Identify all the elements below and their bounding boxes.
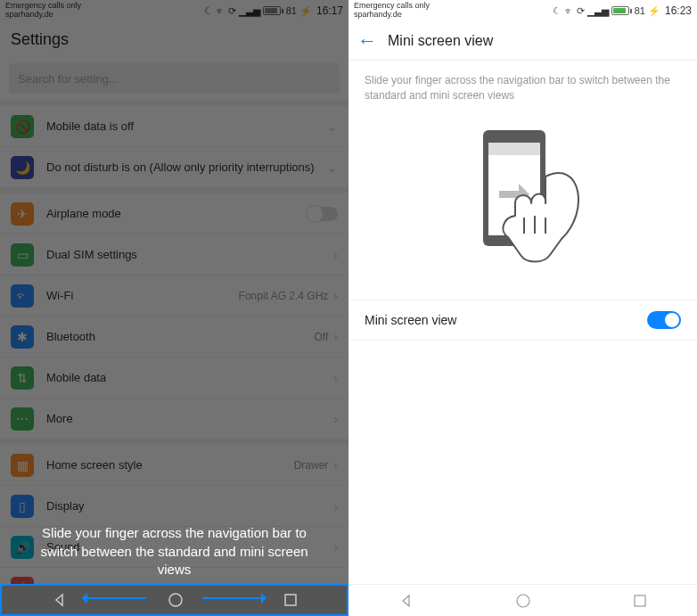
signal-icon: ▁▃▅ [587,5,609,17]
wifi-icon: ᯤ [564,5,574,16]
arrow-right-icon [202,597,265,599]
battery-icon [611,6,632,15]
nav-recent-icon[interactable] [284,594,297,606]
moon-icon: ☾ [553,5,562,17]
svg-point-8 [517,595,529,607]
toggle-label: Mini screen view [365,313,456,327]
nav-recent-icon[interactable] [634,595,646,607]
arrow-left-icon [84,597,146,599]
right-phone: Emergency calls only sparhandy.de ☾ ᯤ ⟳ … [348,0,697,616]
statusbar-right: Emergency calls only sparhandy.de ☾ ᯤ ⟳ … [348,0,697,21]
clock: 16:23 [665,4,692,17]
nav-home-icon[interactable] [515,593,531,609]
svg-rect-9 [635,595,645,606]
toggle-switch[interactable] [647,311,681,329]
description: Slide your finger across the navigation … [348,61,697,111]
svg-point-0 [169,594,182,606]
page-title: Mini screen view [388,33,493,49]
left-phone: Emergency calls only sparhandy.de ☾ ᯤ ⟳ … [0,0,348,616]
back-button[interactable]: ← [357,29,377,53]
nav-back-icon[interactable] [53,593,67,607]
sync-icon: ⟳ [577,5,585,17]
subcarrier: sparhandy.de [354,11,430,20]
illustration [348,111,697,300]
nav-home-icon[interactable] [168,592,184,608]
navbar-right [348,584,697,616]
svg-rect-1 [285,595,296,605]
battery-pct: 81 [635,5,645,16]
header: ← Mini screen view [348,21,697,61]
navbar-left[interactable] [0,584,348,616]
charging-icon: ⚡ [648,5,660,17]
toast-message: Slide your finger across the navigation … [0,524,348,579]
svg-rect-4 [488,143,540,155]
mini-screen-toggle-row[interactable]: Mini screen view [348,300,697,341]
nav-back-icon[interactable] [399,594,414,608]
